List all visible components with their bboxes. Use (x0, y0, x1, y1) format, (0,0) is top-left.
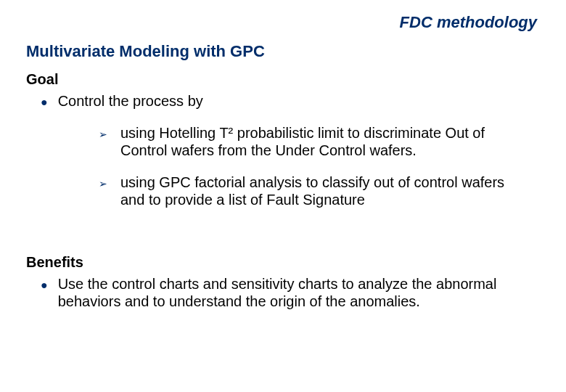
goal-sub-list: ➢ using Hotelling T² probabilistic limit… (99, 124, 530, 208)
arrow-icon: ➢ (99, 126, 107, 143)
goal-heading: Goal (26, 71, 544, 88)
benefits-bullet-text: Use the control charts and sensitivity c… (58, 275, 544, 310)
benefits-heading: Benefits (26, 254, 544, 271)
arrow-icon: ➢ (99, 175, 107, 192)
slide: FDC methodology Multivariate Modeling wi… (0, 0, 566, 392)
bullet-icon: ● (41, 94, 48, 111)
benefits-bullet-row: ● Use the control charts and sensitivity… (26, 275, 544, 310)
goal-bullet-text: Control the process by (58, 92, 203, 110)
goal-sub-item: ➢ using Hotelling T² probabilistic limit… (99, 124, 530, 159)
goal-section: Goal ● Control the process by ➢ using Ho… (26, 71, 544, 223)
goal-sub-text-0: using Hotelling T² probabilistic limit t… (120, 124, 530, 159)
slide-subtitle: Multivariate Modeling with GPC (26, 42, 265, 61)
goal-bullet-row: ● Control the process by (26, 92, 544, 111)
page-header: FDC methodology (400, 13, 537, 32)
goal-sub-item: ➢ using GPC factorial analysis to classi… (99, 173, 530, 208)
goal-sub-text-1: using GPC factorial analysis to classify… (120, 173, 530, 208)
bullet-icon: ● (41, 277, 48, 294)
benefits-section: Benefits ● Use the control charts and se… (26, 254, 544, 310)
